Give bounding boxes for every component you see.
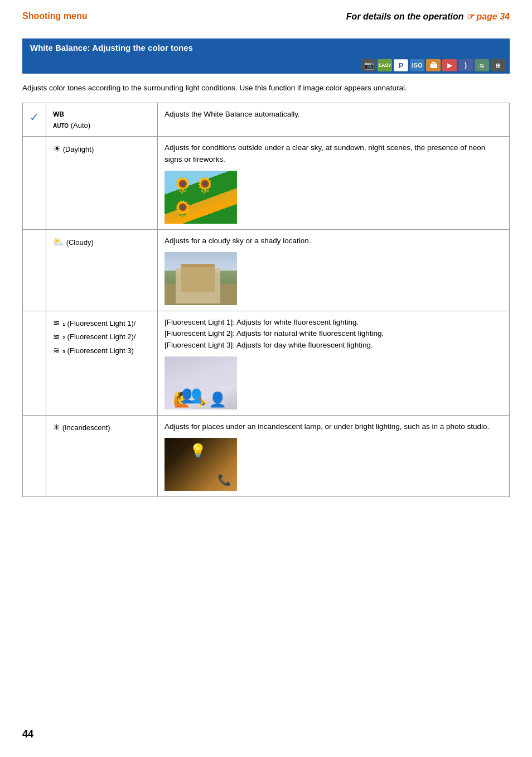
page-ref: ☞ page 34 bbox=[466, 12, 510, 21]
table-row: ✳ (Incandescent) Adjusts for places unde… bbox=[23, 415, 510, 496]
wb-auto-label: (Auto) bbox=[71, 121, 90, 129]
page-header: Shooting menu For details on the operati… bbox=[22, 11, 510, 22]
intro-paragraph: Adjusts color tones according to the sur… bbox=[22, 83, 510, 94]
fluorescent-1-label: ₁ (Fluorescent Light 1)/ bbox=[62, 318, 136, 329]
fluorescent-2-icon: ≋ bbox=[53, 331, 60, 344]
mode-icon-bar: 📷 EASY P ISO 🏔 ▶ ) ≈ ⊞ bbox=[22, 57, 510, 74]
incandescent-thumbnail: 💡 📞 bbox=[165, 438, 237, 491]
wave-mode-icon: ≈ bbox=[475, 59, 489, 71]
incandescent-icon: ✳ bbox=[53, 422, 60, 432]
check-cell-cloudy bbox=[23, 229, 46, 311]
cloudy-description: Adjusts for a cloudy sky or a shady loca… bbox=[158, 229, 510, 311]
fluorescent-icons: ≋ ₁ (Fluorescent Light 1)/ ≋ ₂ (Fluoresc… bbox=[53, 317, 151, 357]
header-reference: For details on the operation ☞ page 34 bbox=[346, 11, 510, 22]
check-cell-incandescent bbox=[23, 415, 46, 496]
daylight-cell: ☀ (Daylight) bbox=[46, 137, 158, 230]
fl-icon-row-2: ≋ ₂ (Fluorescent Light 2)/ bbox=[53, 331, 151, 344]
check-cell: ✓ bbox=[23, 103, 46, 137]
fl-icon-row-3: ≋ ₃ (Fluorescent Light 3) bbox=[53, 344, 151, 357]
daylight-label: (Daylight) bbox=[63, 145, 94, 153]
wb-auto-description: Adjusts the White Balance automatically. bbox=[158, 103, 510, 137]
cloudy-icon: ⛅ bbox=[53, 237, 64, 247]
scene-mode-icon: 🏔 bbox=[426, 59, 441, 71]
check-cell-daylight bbox=[23, 137, 46, 230]
p-mode-icon: P bbox=[394, 59, 408, 71]
grid-mode-icon: ⊞ bbox=[491, 59, 505, 71]
cloudy-cell: ⛅ (Cloudy) bbox=[46, 229, 158, 311]
incandescent-label: (Incandescent) bbox=[62, 423, 110, 432]
cloudy-label: (Cloudy) bbox=[66, 238, 94, 247]
night-mode-icon: ) bbox=[458, 59, 473, 71]
section-title: Shooting menu bbox=[22, 11, 87, 21]
table-row: ≋ ₁ (Fluorescent Light 1)/ ≋ ₂ (Fluoresc… bbox=[23, 311, 510, 416]
iso-mode-icon: ISO bbox=[410, 59, 424, 71]
page-number: 44 bbox=[22, 729, 33, 740]
table-row: ⛅ (Cloudy) Adjusts for a cloudy sky or a… bbox=[23, 229, 510, 311]
daylight-description: Adjusts for conditions outside under a c… bbox=[158, 137, 510, 230]
fluorescent-3-label: ₃ (Fluorescent Light 3) bbox=[62, 345, 134, 356]
m-mode-icon: ▶ bbox=[442, 59, 457, 71]
easy-mode-icon: EASY bbox=[378, 59, 392, 71]
incandescent-description: Adjusts for places under an incandescent… bbox=[158, 415, 510, 496]
incandescent-cell: ✳ (Incandescent) bbox=[46, 415, 158, 496]
header-ref-text: For details on the operation bbox=[346, 12, 464, 21]
fluorescent-description: [Fluorescent Light 1]: Adjusts for white… bbox=[158, 311, 510, 416]
fl-icon-row-1: ≋ ₁ (Fluorescent Light 1)/ bbox=[53, 317, 151, 330]
fluorescent-1-icon: ≋ bbox=[53, 317, 60, 330]
wb-auto-cell: WBAUTO (Auto) bbox=[46, 103, 158, 137]
table-row: ✓ WBAUTO (Auto) Adjusts the White Balanc… bbox=[23, 103, 510, 137]
cloudy-thumbnail bbox=[165, 252, 237, 305]
daylight-thumbnail bbox=[165, 171, 237, 224]
fluorescent-3-icon: ≋ bbox=[53, 344, 60, 357]
section-title-bar: White Balance: Adjusting the color tones bbox=[22, 38, 510, 57]
table-row: ☀ (Daylight) Adjusts for conditions outs… bbox=[23, 137, 510, 230]
check-cell-fluorescent bbox=[23, 311, 46, 416]
title-text: White Balance: Adjusting the color tones bbox=[30, 43, 193, 52]
checkmark-icon: ✓ bbox=[30, 111, 39, 123]
fluorescent-cell: ≋ ₁ (Fluorescent Light 1)/ ≋ ₂ (Fluoresc… bbox=[46, 311, 158, 416]
wb-auto-icon: WBAUTO bbox=[53, 110, 69, 129]
camera-icon: 📷 bbox=[361, 59, 376, 71]
fluorescent-2-label: ₂ (Fluorescent Light 2)/ bbox=[62, 331, 136, 343]
white-balance-table: ✓ WBAUTO (Auto) Adjusts the White Balanc… bbox=[22, 103, 510, 497]
fluorescent-thumbnail: 🙋🤸👤 bbox=[165, 356, 237, 409]
daylight-icon: ☀ bbox=[53, 144, 61, 153]
